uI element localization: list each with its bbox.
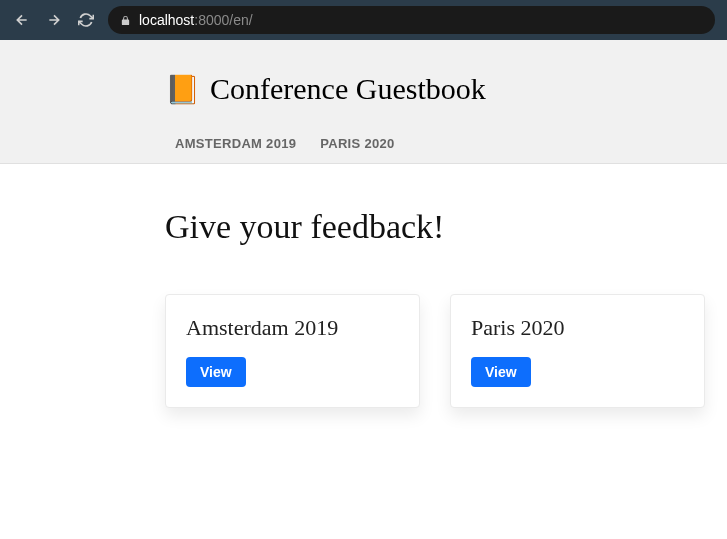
view-button[interactable]: View: [471, 357, 531, 387]
conference-card: Paris 2020 View: [450, 294, 705, 408]
page-header: 📙 Conference Guestbook AMSTERDAM 2019 PA…: [0, 40, 727, 164]
cards-row: Amsterdam 2019 View Paris 2020 View: [165, 294, 725, 408]
lock-icon: [120, 15, 131, 26]
address-bar[interactable]: localhost:8000/en/: [108, 6, 715, 34]
forward-button[interactable]: [44, 10, 64, 30]
feedback-heading: Give your feedback!: [165, 208, 725, 246]
reload-button[interactable]: [76, 10, 96, 30]
url-path: :8000/en/: [194, 12, 252, 28]
site-title-text: Conference Guestbook: [210, 72, 486, 106]
site-title: 📙 Conference Guestbook: [165, 72, 725, 106]
main-content: Give your feedback! Amsterdam 2019 View …: [0, 164, 727, 408]
nav-link-paris[interactable]: PARIS 2020: [320, 136, 394, 151]
conference-card: Amsterdam 2019 View: [165, 294, 420, 408]
url-text: localhost:8000/en/: [139, 12, 253, 28]
card-title: Amsterdam 2019: [186, 315, 399, 341]
nav-link-amsterdam[interactable]: AMSTERDAM 2019: [175, 136, 296, 151]
book-icon: 📙: [165, 73, 200, 106]
url-host: localhost: [139, 12, 194, 28]
browser-chrome: localhost:8000/en/: [0, 0, 727, 40]
nav-links: AMSTERDAM 2019 PARIS 2020: [165, 136, 725, 163]
back-button[interactable]: [12, 10, 32, 30]
view-button[interactable]: View: [186, 357, 246, 387]
card-title: Paris 2020: [471, 315, 684, 341]
